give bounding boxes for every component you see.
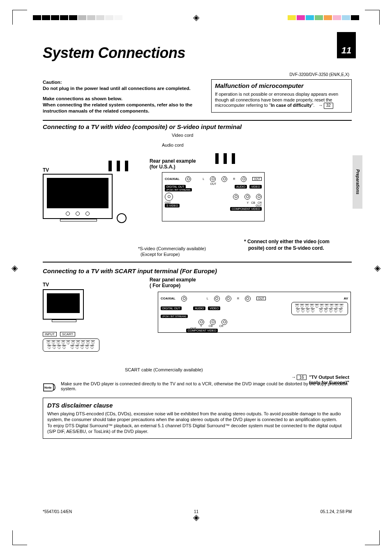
malfunction-body-bold: In case of difficulty bbox=[271, 103, 312, 108]
footer-right: 05.1.24, 2:58 PM bbox=[321, 509, 352, 514]
eu-digital-out-2: (PCM / BIT STREAM) bbox=[161, 315, 188, 318]
malfunction-box: Malfunction of microcomputer If operatio… bbox=[211, 79, 352, 113]
eu-y-label: Y bbox=[200, 325, 202, 327]
component-cr-jack-icon bbox=[256, 194, 262, 200]
dts-heading: DTS disclaimer clause bbox=[47, 401, 347, 410]
dts-paragraph-1: When playing DTS-encoded (CDs, DVDs), ex… bbox=[47, 411, 347, 423]
section-rule bbox=[43, 120, 352, 121]
panel-r-label: R bbox=[233, 177, 235, 180]
eu-video-label: VIDEO bbox=[208, 306, 220, 310]
caution-block: Caution: Do not plug in the power lead u… bbox=[43, 79, 203, 114]
panel-cb-label: CB bbox=[251, 201, 255, 204]
footer-left: *5547/01-14/EN bbox=[43, 509, 72, 514]
panel-coaxial-label: COAXIAL bbox=[165, 177, 180, 181]
registration-target-left-icon: ◈ bbox=[12, 263, 18, 273]
label-rear-panel-1: Rear panel example bbox=[150, 158, 196, 164]
eu-cr-label: CR bbox=[219, 325, 223, 327]
registration-target-icon: ◈ bbox=[193, 12, 199, 22]
audio-l-jack-icon bbox=[210, 176, 216, 182]
eu-coaxial-label: COAXIAL bbox=[161, 297, 175, 300]
panel-audio-label: AUDIO bbox=[235, 185, 247, 189]
eu-audio-l-jack-icon bbox=[214, 296, 220, 302]
eu-out-label: OUT bbox=[256, 297, 266, 300]
malfunction-heading: Malfunction of microcomputer bbox=[215, 82, 348, 90]
section-rule-2 bbox=[43, 262, 352, 263]
eu-av-label: AV bbox=[344, 297, 348, 300]
page-ref-16: 16 bbox=[297, 375, 306, 380]
eu-coaxial-jack-icon bbox=[181, 296, 187, 302]
footer-center: 11 bbox=[194, 509, 198, 514]
section1-heading: Connecting to a TV with video (composite… bbox=[43, 123, 352, 130]
svg-text:Note: Note bbox=[44, 386, 52, 389]
arrow-icon: → bbox=[318, 103, 323, 108]
diagram-scart: Rear panel example ( For Europe) TV INPU… bbox=[43, 277, 352, 380]
rear-panel-usa: COAXIAL L R OUT OUT DIGITAL OUT AUDIO VI… bbox=[162, 172, 265, 221]
label-audio-cord: Audio cord bbox=[162, 143, 184, 147]
dts-disclaimer-box: DTS disclaimer clause When playing DTS-e… bbox=[43, 398, 352, 439]
component-cb-jack-icon bbox=[244, 194, 250, 200]
arrow-icon-2: → bbox=[291, 375, 296, 380]
label-svideo-2: (Except for Europe) bbox=[141, 252, 180, 258]
diagram-composite-svideo: Video cord Audio cord Rear panel example… bbox=[43, 133, 352, 256]
side-tab-label: Preparations bbox=[355, 169, 360, 194]
eu-cb-jack-icon bbox=[210, 319, 216, 325]
audio-r-jack-icon bbox=[221, 176, 227, 182]
panel-y-label: Y bbox=[247, 201, 249, 204]
panel-out-label-1: OUT bbox=[252, 177, 262, 181]
label-tv-eu: TV bbox=[43, 282, 49, 288]
label-rear-panel-eu-1: Rear panel example bbox=[150, 277, 196, 283]
side-tab-preparations: Preparations bbox=[353, 155, 362, 209]
panel-digital-out-label-2: (PCM / BIT STREAM) bbox=[165, 188, 192, 191]
panel-l-label: L bbox=[203, 177, 204, 180]
page-title: System Connections bbox=[43, 44, 352, 62]
eu-video-jack-icon bbox=[245, 296, 251, 302]
eu-r-label: R bbox=[237, 297, 239, 300]
svideo-plug-icon bbox=[117, 213, 127, 223]
panel-out-small-3: OUT bbox=[256, 204, 262, 207]
panel-svideo-label: S VIDEO bbox=[165, 204, 180, 207]
component-y-jack-icon bbox=[233, 194, 239, 200]
tv-output-select-1: "TV Output Select bbox=[309, 375, 349, 380]
caution-line1: Do not plug in the power lead until all … bbox=[43, 86, 191, 91]
malfunction-body-b: ". bbox=[312, 103, 315, 108]
note-icon: Note bbox=[43, 381, 57, 394]
label-tv: TV bbox=[43, 167, 49, 173]
crop-mark-bl bbox=[12, 530, 27, 545]
tv-output-select-2: (only for Europe)" bbox=[309, 380, 349, 385]
eu-component-label: COMPONENT VIDEO bbox=[186, 329, 218, 332]
label-rear-panel-2: (for U.S.A.) bbox=[150, 164, 175, 170]
registration-target-right-icon: ◈ bbox=[374, 263, 380, 273]
coaxial-jack-icon bbox=[185, 176, 191, 182]
label-video-cord: Video cord bbox=[172, 133, 193, 138]
page-ref-32: 32 bbox=[324, 103, 333, 109]
eu-audio-label: AUDIO bbox=[193, 306, 205, 310]
label-connect-note-2: posite) cord or the S-video cord. bbox=[248, 245, 324, 251]
caution-line3: When connecting the related system compo… bbox=[43, 102, 192, 113]
eu-l-label: L bbox=[207, 297, 208, 300]
label-rear-panel-eu-2: ( For Europe) bbox=[150, 283, 180, 288]
page-content: System Connections 11 DVF-3200/DVF-3250 … bbox=[43, 44, 352, 439]
page-number-badge: 11 bbox=[337, 32, 356, 58]
dts-paragraph-2: To enjoy DTS Digital Surround™ playback,… bbox=[47, 423, 347, 435]
rear-panel-eu: COAXIAL L R OUT AV DIGITAL OUT AUDIO VID… bbox=[158, 292, 351, 333]
eu-cr-jack-icon bbox=[221, 319, 227, 325]
crop-mark-br bbox=[365, 530, 380, 545]
caution-heading: Caution: bbox=[43, 80, 62, 85]
video-jack-icon bbox=[241, 176, 247, 182]
eu-y-jack-icon bbox=[198, 319, 204, 325]
scart-connector-input: ⏁⏁⏁⏁⏁⏁⏁⏁⏁⏁⏁⏁⏁⏁ ⏁⏁⏁⏁⏁ bbox=[43, 339, 99, 352]
label-input: INPUT bbox=[43, 332, 57, 336]
tv-illustration-eu bbox=[43, 289, 84, 320]
panel-cr-label: CR bbox=[258, 201, 262, 204]
caution-line2: Make connections as shown below. bbox=[43, 96, 122, 101]
tv-illustration bbox=[43, 174, 113, 219]
panel-cable-combs bbox=[215, 153, 235, 164]
page-footer: *5547/01-14/EN 11 05.1.24, 2:58 PM bbox=[43, 509, 352, 514]
scart-connector-av: ⏁⏁⏁⏁⏁⏁⏁⏁⏁⏁⏁⏁⏁⏁ ⏁⏁⏁⏁⏁ bbox=[291, 302, 348, 315]
panel-out-small: OUT bbox=[210, 182, 217, 185]
svideo-jack-icon bbox=[165, 193, 173, 201]
eu-digital-out-1: DIGITAL OUT bbox=[161, 306, 182, 310]
eu-audio-r-jack-icon bbox=[226, 296, 231, 302]
registration-strip: ◈ bbox=[0, 15, 392, 21]
section2-heading: Connecting to a TV with SCART input term… bbox=[43, 267, 352, 274]
